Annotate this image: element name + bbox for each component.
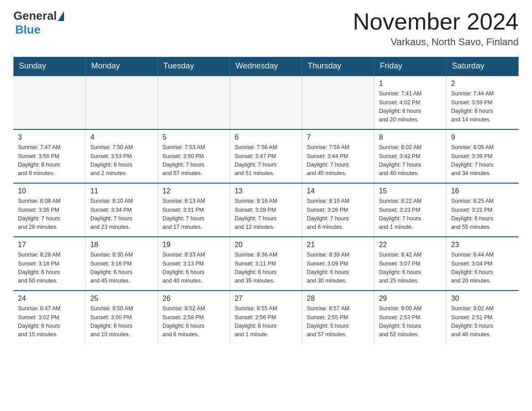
calendar-header-row: SundayMondayTuesdayWednesdayThursdayFrid… xyxy=(13,57,519,76)
day-info: Sunrise: 7:59 AMSunset: 3:44 PMDaylight:… xyxy=(307,143,369,178)
calendar-cell: 3Sunrise: 7:47 AMSunset: 3:56 PMDaylight… xyxy=(13,129,86,183)
day-info: Sunrise: 8:25 AMSunset: 3:21 PMDaylight:… xyxy=(451,197,514,232)
day-info: Sunrise: 8:33 AMSunset: 3:13 PMDaylight:… xyxy=(163,251,225,286)
day-number: 24 xyxy=(18,295,81,303)
day-number: 14 xyxy=(307,187,369,195)
logo-general-text: General xyxy=(13,9,57,23)
day-number: 5 xyxy=(163,133,225,141)
day-number: 9 xyxy=(451,133,514,141)
logo: General Blue xyxy=(13,9,64,37)
calendar-cell: 13Sunrise: 8:16 AMSunset: 3:28 PMDayligh… xyxy=(230,183,302,237)
day-number: 6 xyxy=(235,133,297,141)
day-number: 2 xyxy=(451,80,514,88)
day-number: 8 xyxy=(379,133,442,141)
calendar-cell: 20Sunrise: 8:36 AMSunset: 3:11 PMDayligh… xyxy=(230,237,302,291)
calendar-cell xyxy=(86,76,158,129)
calendar-week-2: 3Sunrise: 7:47 AMSunset: 3:56 PMDaylight… xyxy=(13,129,519,183)
day-info: Sunrise: 8:55 AMSunset: 2:56 PMDaylight:… xyxy=(235,304,297,339)
day-info: Sunrise: 7:50 AMSunset: 3:53 PMDaylight:… xyxy=(90,143,153,178)
calendar-header-tuesday: Tuesday xyxy=(158,57,230,76)
day-info: Sunrise: 8:22 AMSunset: 3:23 PMDaylight:… xyxy=(379,197,442,232)
day-info: Sunrise: 7:44 AMSunset: 3:59 PMDaylight:… xyxy=(451,90,514,124)
day-number: 16 xyxy=(451,187,514,195)
calendar-header-friday: Friday xyxy=(374,57,446,76)
day-number: 25 xyxy=(90,295,153,303)
calendar-header-saturday: Saturday xyxy=(446,57,519,76)
calendar-cell: 11Sunrise: 8:10 AMSunset: 3:34 PMDayligh… xyxy=(86,183,158,237)
calendar-cell: 5Sunrise: 7:53 AMSunset: 3:50 PMDaylight… xyxy=(158,129,230,183)
month-title: November 2024 xyxy=(353,9,519,34)
calendar-cell: 8Sunrise: 8:02 AMSunset: 3:42 PMDaylight… xyxy=(374,129,446,183)
calendar-cell: 6Sunrise: 7:56 AMSunset: 3:47 PMDaylight… xyxy=(230,129,302,183)
day-info: Sunrise: 8:50 AMSunset: 3:00 PMDaylight:… xyxy=(90,304,153,339)
day-number: 15 xyxy=(379,187,442,195)
calendar-cell: 2Sunrise: 7:44 AMSunset: 3:59 PMDaylight… xyxy=(446,76,519,129)
day-number: 13 xyxy=(235,187,297,195)
day-number: 28 xyxy=(307,295,369,303)
day-info: Sunrise: 8:47 AMSunset: 3:02 PMDaylight:… xyxy=(18,304,81,339)
calendar-cell: 1Sunrise: 7:41 AMSunset: 4:02 PMDaylight… xyxy=(374,76,446,129)
calendar-week-5: 24Sunrise: 8:47 AMSunset: 3:02 PMDayligh… xyxy=(13,291,519,344)
day-number: 21 xyxy=(307,241,369,249)
day-number: 27 xyxy=(235,295,297,303)
day-info: Sunrise: 8:05 AMSunset: 3:39 PMDaylight:… xyxy=(451,143,514,178)
day-info: Sunrise: 8:28 AMSunset: 3:18 PMDaylight:… xyxy=(18,251,81,286)
calendar-week-3: 10Sunrise: 8:08 AMSunset: 3:36 PMDayligh… xyxy=(13,183,519,237)
calendar-cell: 15Sunrise: 8:22 AMSunset: 3:23 PMDayligh… xyxy=(374,183,446,237)
day-number: 29 xyxy=(379,295,442,303)
day-number: 3 xyxy=(18,133,81,141)
calendar-cell: 12Sunrise: 8:13 AMSunset: 3:31 PMDayligh… xyxy=(158,183,230,237)
calendar-cell: 22Sunrise: 8:42 AMSunset: 3:07 PMDayligh… xyxy=(374,237,446,291)
calendar-week-4: 17Sunrise: 8:28 AMSunset: 3:18 PMDayligh… xyxy=(13,237,519,291)
day-number: 23 xyxy=(451,241,514,249)
day-number: 1 xyxy=(379,80,442,88)
page-header: General Blue November 2024 Varkaus, Nort… xyxy=(13,9,519,48)
calendar-cell: 23Sunrise: 8:44 AMSunset: 3:04 PMDayligh… xyxy=(446,237,519,291)
day-info: Sunrise: 8:44 AMSunset: 3:04 PMDaylight:… xyxy=(451,251,514,286)
calendar-cell: 18Sunrise: 8:30 AMSunset: 3:16 PMDayligh… xyxy=(86,237,158,291)
day-info: Sunrise: 8:13 AMSunset: 3:31 PMDaylight:… xyxy=(163,197,225,232)
calendar-cell: 16Sunrise: 8:25 AMSunset: 3:21 PMDayligh… xyxy=(446,183,519,237)
day-number: 22 xyxy=(379,241,442,249)
day-info: Sunrise: 8:52 AMSunset: 2:58 PMDaylight:… xyxy=(163,304,225,339)
calendar-cell xyxy=(230,76,302,129)
calendar-cell: 17Sunrise: 8:28 AMSunset: 3:18 PMDayligh… xyxy=(13,237,86,291)
day-info: Sunrise: 8:36 AMSunset: 3:11 PMDaylight:… xyxy=(235,251,297,286)
day-info: Sunrise: 9:00 AMSunset: 2:53 PMDaylight:… xyxy=(379,304,442,339)
day-number: 20 xyxy=(235,241,297,249)
day-number: 17 xyxy=(18,241,81,249)
day-info: Sunrise: 8:42 AMSunset: 3:07 PMDaylight:… xyxy=(379,251,442,286)
day-info: Sunrise: 8:57 AMSunset: 2:55 PMDaylight:… xyxy=(307,304,369,339)
day-info: Sunrise: 8:02 AMSunset: 3:42 PMDaylight:… xyxy=(379,143,442,178)
day-number: 19 xyxy=(163,241,225,249)
day-info: Sunrise: 7:41 AMSunset: 4:02 PMDaylight:… xyxy=(379,90,442,124)
calendar-cell: 27Sunrise: 8:55 AMSunset: 2:56 PMDayligh… xyxy=(230,291,302,344)
day-info: Sunrise: 8:10 AMSunset: 3:34 PMDaylight:… xyxy=(90,197,153,232)
day-number: 12 xyxy=(163,187,225,195)
calendar-cell: 28Sunrise: 8:57 AMSunset: 2:55 PMDayligh… xyxy=(302,291,374,344)
day-info: Sunrise: 7:53 AMSunset: 3:50 PMDaylight:… xyxy=(163,143,225,178)
day-number: 11 xyxy=(90,187,153,195)
day-number: 26 xyxy=(163,295,225,303)
calendar-cell: 26Sunrise: 8:52 AMSunset: 2:58 PMDayligh… xyxy=(158,291,230,344)
logo-blue-text: Blue xyxy=(15,23,40,37)
calendar-cell: 29Sunrise: 9:00 AMSunset: 2:53 PMDayligh… xyxy=(374,291,446,344)
calendar-cell: 9Sunrise: 8:05 AMSunset: 3:39 PMDaylight… xyxy=(446,129,519,183)
calendar-table: SundayMondayTuesdayWednesdayThursdayFrid… xyxy=(13,57,519,344)
day-info: Sunrise: 9:02 AMSunset: 2:51 PMDaylight:… xyxy=(451,304,514,339)
calendar-cell xyxy=(158,76,230,129)
title-section: November 2024 Varkaus, North Savo, Finla… xyxy=(353,9,519,48)
day-info: Sunrise: 8:16 AMSunset: 3:28 PMDaylight:… xyxy=(235,197,297,232)
day-info: Sunrise: 8:30 AMSunset: 3:16 PMDaylight:… xyxy=(90,251,153,286)
calendar-header-wednesday: Wednesday xyxy=(230,57,302,76)
day-number: 30 xyxy=(451,295,514,303)
calendar-cell: 30Sunrise: 9:02 AMSunset: 2:51 PMDayligh… xyxy=(446,291,519,344)
day-info: Sunrise: 8:19 AMSunset: 3:26 PMDaylight:… xyxy=(307,197,369,232)
calendar-cell: 7Sunrise: 7:59 AMSunset: 3:44 PMDaylight… xyxy=(302,129,374,183)
calendar-cell xyxy=(302,76,374,129)
calendar-header-thursday: Thursday xyxy=(302,57,374,76)
day-info: Sunrise: 7:56 AMSunset: 3:47 PMDaylight:… xyxy=(235,143,297,178)
day-info: Sunrise: 8:08 AMSunset: 3:36 PMDaylight:… xyxy=(18,197,81,232)
day-info: Sunrise: 8:39 AMSunset: 3:09 PMDaylight:… xyxy=(307,251,369,286)
calendar-cell: 10Sunrise: 8:08 AMSunset: 3:36 PMDayligh… xyxy=(13,183,86,237)
